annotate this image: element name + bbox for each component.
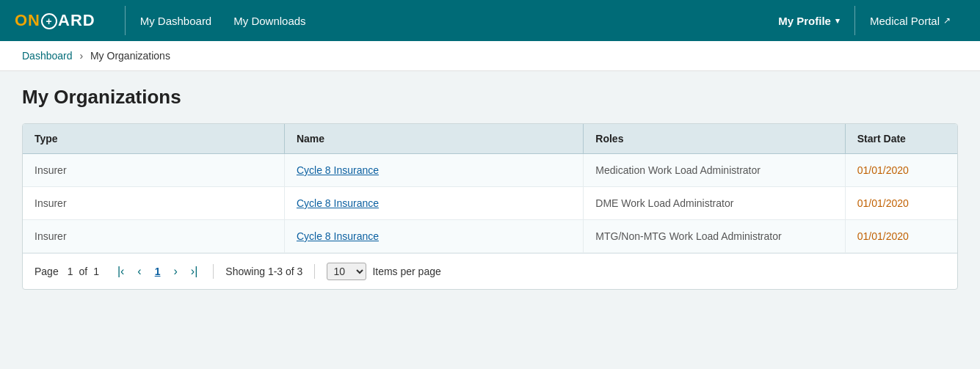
cell-roles: DME Work Load Administrator xyxy=(584,187,845,220)
main-content: My Organizations Type Name Roles Start D… xyxy=(0,71,980,367)
col-header-start-date: Start Date xyxy=(845,124,957,154)
page-label: Page xyxy=(35,266,59,277)
breadcrumb: Dashboard › My Organizations xyxy=(0,41,980,71)
breadcrumb-separator: › xyxy=(79,50,83,62)
cell-start-date: 01/01/2020 xyxy=(845,154,957,187)
table-body: InsurerCycle 8 InsuranceMedication Work … xyxy=(23,154,957,253)
nav-dashboard[interactable]: My Dashboard xyxy=(140,15,212,27)
logo-board: ARD xyxy=(58,11,95,29)
header-divider-left xyxy=(125,6,126,35)
chevron-down-icon: ▾ xyxy=(835,16,840,26)
next-page-button[interactable]: › xyxy=(170,264,181,279)
external-link-icon: ↗ xyxy=(943,15,951,26)
current-page-display: 1 xyxy=(68,266,73,277)
col-header-roles: Roles xyxy=(584,124,845,154)
organizations-table: Type Name Roles Start Date InsurerCycle … xyxy=(23,124,957,253)
medical-portal-label: Medical Portal xyxy=(870,15,940,27)
table-header: Type Name Roles Start Date xyxy=(23,124,957,154)
page-1-button[interactable]: 1 xyxy=(151,265,164,278)
organizations-table-card: Type Name Roles Start Date InsurerCycle … xyxy=(22,123,958,290)
cell-name: Cycle 8 Insurance xyxy=(284,154,583,187)
cell-start-date: 01/01/2020 xyxy=(845,220,957,253)
cell-type: Insurer xyxy=(23,220,284,253)
main-nav: My Dashboard My Downloads xyxy=(140,15,764,27)
compass-icon xyxy=(41,13,57,29)
logo-on: ON xyxy=(15,11,40,29)
items-per-page-select[interactable]: 102550100 xyxy=(327,263,366,280)
items-per-page-label: Items per page xyxy=(372,266,440,277)
table-row: InsurerCycle 8 InsuranceDME Work Load Ad… xyxy=(23,187,957,220)
cell-roles: MTG/Non-MTG Work Load Administrator xyxy=(584,220,845,253)
main-header: ONARD My Dashboard My Downloads My Profi… xyxy=(0,0,980,41)
cell-type: Insurer xyxy=(23,187,284,220)
table-row: InsurerCycle 8 InsuranceMTG/Non-MTG Work… xyxy=(23,220,957,253)
showing-text: Showing 1-3 of 3 xyxy=(225,266,302,277)
cell-name: Cycle 8 Insurance xyxy=(284,220,583,253)
pagination-bar: Page 1 of 1 |‹ ‹ 1 › ›| Showing 1-3 of 3… xyxy=(23,253,957,289)
my-profile-button[interactable]: My Profile ▾ xyxy=(763,15,854,27)
cell-roles: Medication Work Load Administrator xyxy=(584,154,845,187)
org-name-link[interactable]: Cycle 8 Insurance xyxy=(297,197,379,209)
cell-start-date: 01/01/2020 xyxy=(845,187,957,220)
of-label: of xyxy=(79,266,88,277)
col-header-name: Name xyxy=(284,124,583,154)
org-name-link[interactable]: Cycle 8 Insurance xyxy=(297,230,379,242)
pagination-divider xyxy=(213,264,214,279)
cell-name: Cycle 8 Insurance xyxy=(284,187,583,220)
logo: ONARD xyxy=(15,11,95,30)
medical-portal-button[interactable]: Medical Portal ↗ xyxy=(855,15,965,27)
header-right: My Profile ▾ Medical Portal ↗ xyxy=(763,6,965,35)
logo-text: ONARD xyxy=(15,11,95,30)
breadcrumb-current: My Organizations xyxy=(90,50,170,62)
last-page-button[interactable]: ›| xyxy=(187,264,201,279)
col-header-type: Type xyxy=(23,124,284,154)
prev-page-button[interactable]: ‹ xyxy=(134,264,145,279)
breadcrumb-home-link[interactable]: Dashboard xyxy=(22,50,73,62)
total-pages: 1 xyxy=(93,266,99,277)
org-name-link[interactable]: Cycle 8 Insurance xyxy=(297,164,379,176)
cell-type: Insurer xyxy=(23,154,284,187)
nav-downloads[interactable]: My Downloads xyxy=(233,15,305,27)
my-profile-label: My Profile xyxy=(778,15,831,27)
table-row: InsurerCycle 8 InsuranceMedication Work … xyxy=(23,154,957,187)
page-title: My Organizations xyxy=(22,86,958,109)
pagination-divider-2 xyxy=(314,264,315,279)
first-page-button[interactable]: |‹ xyxy=(114,264,128,279)
